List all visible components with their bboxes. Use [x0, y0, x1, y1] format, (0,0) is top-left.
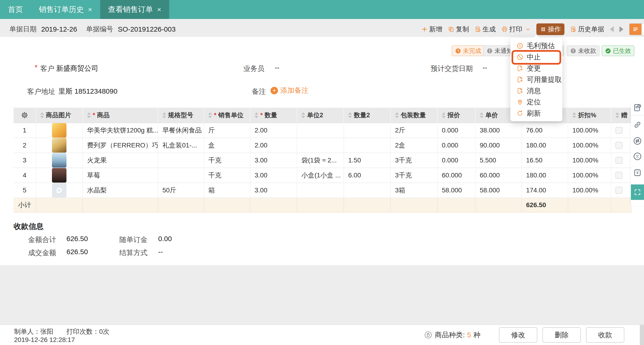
sort-arrows-icon[interactable] [480, 112, 484, 118]
column-label: 数量 [265, 111, 277, 119]
column-header-name[interactable]: *商品 [83, 108, 158, 123]
delete-button[interactable]: 删除 [542, 327, 581, 343]
chevron-down-icon [525, 26, 531, 32]
product-kinds-unit: 种 [474, 330, 480, 340]
subtotal-cell-idx: 小计 [14, 198, 36, 212]
created-datetime: 2019-12-26 12:28:17 [14, 336, 75, 344]
sort-arrows-icon[interactable] [40, 112, 44, 118]
gift-checkbox[interactable] [616, 127, 622, 134]
product-kinds: 商品种类: 5 种 [424, 325, 480, 345]
cell-pack: 2斤 [391, 123, 438, 138]
cell-price: 5.500 [476, 153, 522, 168]
cell-spec: 50斤 [158, 183, 204, 198]
sidebar-swap-circle-icon[interactable] [633, 136, 642, 146]
toolbar-copy-button[interactable]: 复制 [448, 25, 469, 34]
sort-arrows-icon[interactable] [572, 112, 576, 118]
cell-gift [611, 183, 632, 198]
toolbar-operate-button[interactable]: 操作 [536, 24, 564, 35]
sidebar-owe-circle-icon[interactable]: 欠 [633, 152, 642, 161]
sort-arrows-icon[interactable] [208, 112, 212, 118]
product-image[interactable] [52, 138, 66, 152]
product-image[interactable] [52, 123, 66, 138]
menu-item-label: 刷新 [527, 108, 541, 118]
close-tab-icon[interactable]: × [157, 6, 162, 14]
toolbar-history-button[interactable]: 历史单据 [570, 25, 604, 34]
column-header-unit2[interactable]: 单位2 [297, 108, 344, 123]
sort-arrows-icon[interactable] [254, 112, 258, 118]
menu-item-message[interactable]: 消息 [510, 85, 562, 96]
cell-qty: 3.00 [250, 168, 297, 182]
toolbar-add-button[interactable]: 新增 [421, 25, 442, 34]
doc-history-icon [570, 26, 576, 32]
sort-arrows-icon[interactable] [302, 112, 305, 118]
column-header-idx[interactable] [14, 108, 36, 123]
product-image[interactable] [52, 168, 66, 182]
fullscreen-button[interactable] [631, 184, 644, 200]
gift-checkbox[interactable] [616, 187, 622, 194]
prev-document-arrow[interactable] [610, 26, 614, 32]
add-remark-button[interactable]: + 添加备注 [270, 86, 308, 95]
column-header-quote[interactable]: 报价 [438, 108, 476, 123]
cell-amount: 180.00 [522, 138, 568, 152]
edit-button[interactable]: 修改 [499, 327, 537, 343]
gift-checkbox[interactable] [616, 142, 622, 149]
menu-item-locate[interactable]: 定位 [510, 96, 562, 108]
tab-view-order[interactable]: 查看销售订单× [100, 0, 170, 19]
product-image[interactable] [52, 153, 66, 168]
receive-button[interactable]: 收款 [586, 327, 624, 343]
column-header-img[interactable]: 商品图片 [36, 108, 83, 123]
cell-gift [611, 168, 632, 182]
sort-arrows-icon[interactable] [348, 112, 352, 118]
sort-arrows-icon[interactable] [442, 112, 446, 118]
subtotal-cell-qty [250, 198, 297, 212]
bag-icon [424, 331, 432, 339]
sort-arrows-icon[interactable] [616, 112, 619, 118]
column-header-unit[interactable]: *销售单位 [204, 108, 250, 123]
gift-checkbox[interactable] [616, 157, 622, 164]
doc-clock-icon [633, 103, 642, 112]
doc-no-value: SO-20191226-003 [118, 25, 176, 33]
toolbar-generate-button[interactable]: 生成 [474, 25, 496, 34]
required-mark: * [260, 112, 263, 119]
cell-qty2 [344, 183, 391, 198]
table-row: 5水晶梨50斤箱3.003箱58.00058.000174.00100.00% [14, 183, 632, 198]
deal-amount-value: 626.50 [66, 248, 88, 256]
sort-arrows-icon[interactable] [87, 112, 91, 118]
menu-item-abort[interactable]: 中止 [510, 52, 562, 63]
column-header-qty2[interactable]: 数量2 [344, 108, 391, 123]
print-dropdown-chevron[interactable] [525, 26, 531, 32]
close-tab-icon[interactable]: × [88, 6, 92, 14]
remark-label: 备注 [252, 87, 266, 96]
settle-method-value: -- [158, 248, 163, 256]
sidebar-yen-badge-icon[interactable]: ¥ [633, 168, 642, 178]
tab-list: 首页销售订单历史×查看销售订单× [0, 0, 169, 19]
card-view-button[interactable] [642, 24, 644, 35]
tab-home[interactable]: 首页 [0, 0, 31, 19]
menu-item-available-extract[interactable]: 可用量提取 [510, 74, 562, 85]
tab-order-history[interactable]: 销售订单历史× [31, 0, 100, 19]
sort-arrows-icon[interactable] [395, 112, 399, 118]
status-badge-label: 未收款 [578, 47, 596, 55]
sidebar-link-icon[interactable] [633, 120, 642, 130]
subtotal-cell-unit [204, 198, 250, 212]
column-header-pack[interactable]: 包装数量 [391, 108, 438, 123]
total-amount-label: 金额合计 [28, 235, 56, 244]
next-document-arrow[interactable] [620, 26, 624, 32]
menu-item-refresh[interactable]: 刷新 [510, 108, 562, 119]
menu-item-change[interactable]: 变更 [510, 63, 562, 74]
toolbar-print-button[interactable]: 打印 [501, 25, 522, 34]
gift-checkbox[interactable] [616, 172, 622, 179]
column-header-spec[interactable]: 规格型号 [158, 108, 204, 123]
product-image[interactable] [52, 183, 66, 198]
sort-arrows-icon[interactable] [162, 112, 166, 118]
column-header-gift[interactable]: 赠 [611, 108, 632, 123]
footer-scrollbar[interactable] [640, 325, 644, 345]
cell-price: 60.000 [476, 168, 522, 182]
list-view-button[interactable] [630, 24, 642, 35]
doc-date-value: 2019-12-26 [41, 25, 77, 33]
column-header-discount[interactable]: 折扣% [568, 108, 611, 123]
salesman-label: 业务员 [243, 64, 264, 74]
sidebar-doc-clock-icon[interactable] [633, 103, 642, 112]
column-header-qty[interactable]: *数量 [250, 108, 297, 123]
menu-item-profit-estimate[interactable]: 毛毛利预估 [510, 40, 562, 52]
